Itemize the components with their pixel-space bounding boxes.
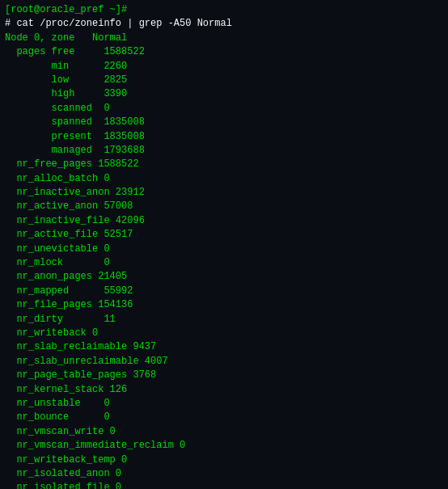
terminal-line: min 2260 — [5, 60, 443, 74]
terminal-line: [root@oracle_pref ~]# — [5, 3, 443, 17]
terminal-line: nr_writeback_temp 0 — [5, 453, 443, 467]
terminal-line: nr_slab_reclaimable 9437 — [5, 340, 443, 354]
terminal-line: low 2825 — [5, 74, 443, 87]
terminal-content: [root@oracle_pref ~]## cat /proc/zoneinf… — [5, 3, 443, 489]
terminal-line: nr_unevictable 0 — [5, 242, 443, 256]
terminal-line: nr_kernel_stack 126 — [5, 383, 443, 397]
terminal-line: nr_page_table_pages 3768 — [5, 369, 443, 382]
terminal-line: nr_vmscan_write 0 — [5, 425, 443, 439]
terminal-line: nr_slab_unreclaimable 4007 — [5, 355, 443, 369]
terminal-line: nr_vmscan_immediate_reclaim 0 — [5, 439, 443, 453]
terminal-line: nr_inactive_anon 23912 — [5, 186, 443, 200]
terminal-line: nr_bounce 0 — [5, 411, 443, 424]
terminal-line: present 1835008 — [5, 130, 443, 144]
terminal-line: nr_mapped 55992 — [5, 285, 443, 298]
terminal-line: managed 1793688 — [5, 144, 443, 158]
terminal-window[interactable]: [root@oracle_pref ~]## cat /proc/zoneinf… — [0, 0, 448, 489]
terminal-line: nr_free_pages 1588522 — [5, 158, 443, 171]
terminal-line: nr_dirty 11 — [5, 313, 443, 327]
terminal-line: nr_isolated_file 0 — [5, 481, 443, 489]
terminal-line: spanned 1835008 — [5, 116, 443, 129]
terminal-line: Node 0, zone Normal — [5, 32, 443, 45]
terminal-line: nr_isolated_anon 0 — [5, 467, 443, 481]
terminal-line: scanned 0 — [5, 102, 443, 116]
terminal-line: nr_anon_pages 21405 — [5, 270, 443, 284]
terminal-line: nr_file_pages 154136 — [5, 298, 443, 312]
terminal-line: nr_active_file 52517 — [5, 228, 443, 242]
terminal-line: nr_mlock 0 — [5, 256, 443, 270]
terminal-line: nr_active_anon 57008 — [5, 200, 443, 213]
terminal-line: nr_unstable 0 — [5, 397, 443, 411]
terminal-line: high 3390 — [5, 87, 443, 101]
terminal-line: pages free 1588522 — [5, 45, 443, 59]
terminal-line: # cat /proc/zoneinfo | grep -A50 Normal — [5, 17, 443, 31]
terminal-line: nr_writeback 0 — [5, 327, 443, 340]
terminal-line: nr_alloc_batch 0 — [5, 172, 443, 186]
terminal-line: nr_inactive_file 42096 — [5, 214, 443, 228]
